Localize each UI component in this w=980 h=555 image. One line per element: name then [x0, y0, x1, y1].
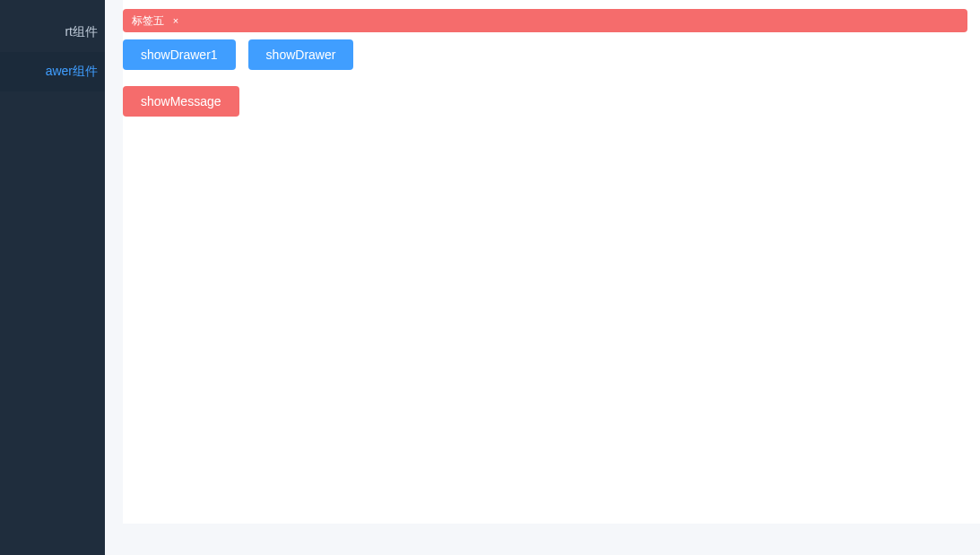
sidebar-item-awer[interactable]: awer组件 — [0, 52, 105, 91]
show-drawer-button[interactable]: showDrawer — [248, 39, 354, 70]
main-wrapper: 标签五 × showDrawer1 showDrawer showMessage — [105, 0, 980, 555]
sidebar-item-label: awer组件 — [46, 64, 98, 78]
show-message-button[interactable]: showMessage — [123, 86, 239, 117]
sidebar: rt组件 awer组件 — [0, 0, 105, 555]
tag-label: 标签五 — [132, 13, 164, 29]
close-icon[interactable]: × — [169, 14, 182, 27]
button-row-2: showMessage — [123, 86, 980, 117]
show-drawer1-button[interactable]: showDrawer1 — [123, 39, 236, 70]
main-area: 标签五 × showDrawer1 showDrawer showMessage — [123, 0, 980, 524]
tag-bar[interactable]: 标签五 × — [123, 9, 967, 32]
sidebar-item-label: rt组件 — [65, 24, 98, 39]
button-row-1: showDrawer1 showDrawer — [123, 39, 980, 70]
sidebar-item-rt[interactable]: rt组件 — [0, 13, 105, 52]
